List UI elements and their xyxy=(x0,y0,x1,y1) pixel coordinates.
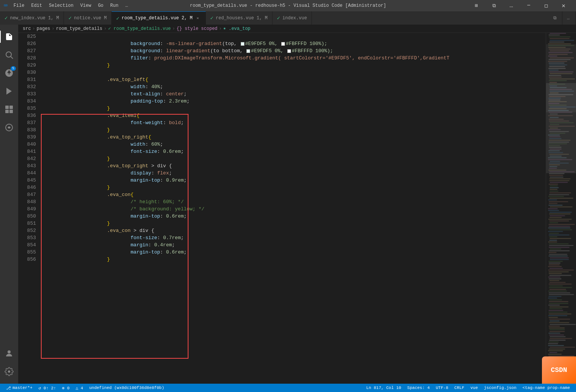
ln-827: 827 xyxy=(18,47,36,54)
tab-red-houses[interactable]: ✓ red_houses.vue 1, M xyxy=(206,11,272,25)
breadcrumb-file[interactable]: ✓ room_type_details.vue xyxy=(108,26,171,31)
status-sync[interactable]: ↺ 0↑ 2↑ xyxy=(36,384,59,392)
code-line-838[interactable]: .eva_top_right{ xyxy=(42,126,546,134)
status-schema[interactable]: jsconfig.json xyxy=(481,384,520,392)
status-line-ending[interactable]: CRLF xyxy=(451,384,467,392)
ln-845: 845 xyxy=(18,177,36,184)
window-title: room_type_details.vue - redhouse-h5 - Vi… xyxy=(190,3,386,8)
line-ending-label: CRLF xyxy=(455,386,464,390)
menu-edit[interactable]: Edit xyxy=(28,2,45,9)
activity-extensions[interactable] xyxy=(0,100,18,118)
status-position-info[interactable]: undefined (wx0dc100f36d8e8f0b) xyxy=(86,384,167,392)
line-numbers: 825 826 827 828 829 830 831 832 833 834 … xyxy=(18,33,39,384)
tab-notice[interactable]: ✓ notice.vue M xyxy=(64,11,112,25)
layout-icon[interactable]: ⊞ xyxy=(468,0,485,11)
activity-search[interactable] xyxy=(0,46,18,64)
status-tag-name[interactable]: <tag-name prop-name xyxy=(520,384,573,392)
breadcrumb-style-scoped[interactable]: {} style scoped xyxy=(177,26,218,31)
ln-838: 838 xyxy=(18,126,36,134)
svg-rect-4 xyxy=(9,106,13,109)
ln-846: 846 xyxy=(18,184,36,191)
main-area: 5 src xyxy=(0,25,576,384)
ln-854: 854 xyxy=(18,241,36,249)
menu-more[interactable]: … xyxy=(122,2,131,9)
branch-label: master*+ xyxy=(12,386,33,390)
status-encoding[interactable]: UTF-8 xyxy=(433,384,451,392)
breadcrumb-room-type-details[interactable]: room_type_details xyxy=(56,26,102,31)
breadcrumb: src › pages › room_type_details › ✓ room… xyxy=(18,25,576,33)
ln-848: 848 xyxy=(18,198,36,205)
tab-more-icon[interactable]: … xyxy=(562,11,576,25)
code-line-830[interactable]: .eva_top_left{ xyxy=(42,69,546,76)
tab-new-index[interactable]: ✓ new_index.vue 1, M xyxy=(0,11,64,25)
tab-new-index-label: new_index.vue 1, M xyxy=(10,16,59,21)
ln-852: 852 xyxy=(18,227,36,234)
status-errors[interactable]: ⊗ 0 xyxy=(59,384,73,392)
status-branch[interactable]: ⎇ master*+ xyxy=(3,384,36,392)
menu-file[interactable]: File xyxy=(11,2,28,9)
close-btn[interactable]: ✕ xyxy=(555,0,572,11)
maximize-btn[interactable]: ◻ xyxy=(537,0,555,11)
ln-837: 837 xyxy=(18,119,36,126)
ln-828: 828 xyxy=(18,54,36,62)
activity-bar: 5 xyxy=(0,25,18,384)
status-ln-col[interactable]: Ln 817, Col 10 xyxy=(363,384,404,392)
code-line-825[interactable]: background: -ms-linear-gradient(top, #E9… xyxy=(42,33,546,40)
csdn-badge: CSDN xyxy=(542,356,576,384)
status-warnings[interactable]: △ 4 xyxy=(73,384,86,392)
encoding-label: UTF-8 xyxy=(436,386,448,390)
more-icon[interactable]: … xyxy=(503,0,520,11)
vue-icon: ✓ xyxy=(277,15,280,21)
minimize-btn[interactable]: − xyxy=(520,0,537,11)
status-spaces[interactable]: Spaces: 4 xyxy=(404,384,433,392)
code-line-829[interactable] xyxy=(42,62,546,69)
vue-icon: ✓ xyxy=(68,15,72,21)
tab-room-type-details[interactable]: ✓ room_type_details.vue 2, M ✕ xyxy=(112,11,206,25)
code-line-851[interactable]: .eva_con > div { xyxy=(42,220,546,227)
status-language[interactable]: vue xyxy=(467,384,481,392)
code-line-856[interactable] xyxy=(42,256,546,263)
editor-area: src › pages › room_type_details › ✓ room… xyxy=(18,25,576,384)
activity-settings[interactable] xyxy=(0,362,18,381)
menu-run[interactable]: Run xyxy=(107,2,121,9)
vue-icon: ✓ xyxy=(5,15,8,21)
code-content[interactable]: background: -ms-linear-gradient(top, #E9… xyxy=(39,33,546,384)
activity-run[interactable] xyxy=(0,82,18,100)
titlebar-menu: File Edit Selection View Go Run … xyxy=(11,2,131,9)
vscode-logo: ⌨ xyxy=(4,2,8,9)
breadcrumb-src[interactable]: src xyxy=(23,26,31,31)
activity-ai[interactable] xyxy=(0,118,18,137)
tag-name-label: <tag-name prop-name xyxy=(523,386,570,390)
tab-split-icon[interactable]: ⧉ xyxy=(549,11,562,25)
ln-826: 826 xyxy=(18,40,36,47)
menu-selection[interactable]: Selection xyxy=(46,2,76,9)
tab-close-btn[interactable]: ✕ xyxy=(195,15,201,21)
activity-git[interactable]: 5 xyxy=(0,64,18,82)
csdn-logo-text: CSDN xyxy=(551,366,567,374)
tab-red-houses-label: red_houses.vue 1, M xyxy=(216,16,268,21)
vue-icon: ✓ xyxy=(116,15,119,22)
svg-rect-5 xyxy=(5,110,9,113)
warnings-label: △ 4 xyxy=(76,386,83,390)
code-line-846[interactable]: .eva_con{ xyxy=(42,184,546,191)
code-line-842[interactable]: .eva_top_right > div { xyxy=(42,155,546,162)
code-body[interactable]: 825 826 827 828 829 830 831 832 833 834 … xyxy=(18,33,576,384)
ln-843: 843 xyxy=(18,162,36,170)
split-icon[interactable]: ⧉ xyxy=(485,0,503,11)
ln-836: 836 xyxy=(18,112,36,119)
ln-844: 844 xyxy=(18,170,36,177)
svg-line-1 xyxy=(11,57,13,59)
ln-841: 841 xyxy=(18,148,36,155)
ln-835: 835 xyxy=(18,105,36,112)
code-line-835[interactable]: .eva_item1{ xyxy=(42,105,546,112)
activity-files[interactable] xyxy=(0,28,18,46)
svg-rect-3 xyxy=(5,106,9,109)
breadcrumb-selector[interactable]: ✶ .eva_top xyxy=(223,26,251,31)
ln-847: 847 xyxy=(18,191,36,198)
breadcrumb-pages[interactable]: pages xyxy=(37,26,50,31)
menu-go[interactable]: Go xyxy=(95,2,106,9)
activity-account[interactable] xyxy=(0,344,18,362)
tab-index[interactable]: ✓ index.vue xyxy=(272,11,312,25)
menu-view[interactable]: View xyxy=(77,2,94,9)
minimap[interactable] xyxy=(546,33,576,384)
